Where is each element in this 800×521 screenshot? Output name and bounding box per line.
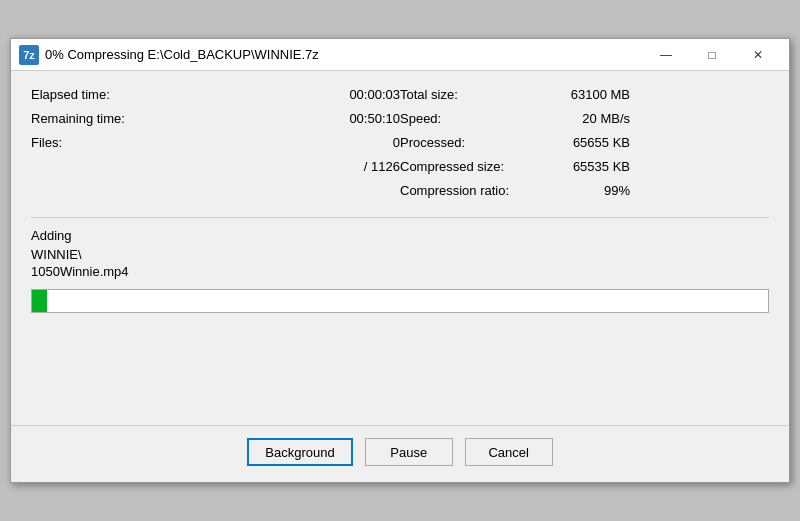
pause-button[interactable]: Pause	[365, 438, 453, 466]
cancel-button[interactable]: Cancel	[465, 438, 553, 466]
remaining-label: Remaining time:	[31, 111, 151, 126]
ratio-row: Compression ratio: 99%	[400, 183, 769, 205]
files-value: 0	[151, 135, 400, 150]
window-controls: — □ ✕	[643, 39, 781, 71]
remaining-row: Remaining time: 00:50:10	[31, 111, 400, 133]
adding-label: Adding	[31, 228, 769, 243]
compressed-value: 65535 KB	[530, 159, 630, 174]
progress-bar-container	[31, 289, 769, 313]
elapsed-value: 00:00:03	[151, 87, 400, 102]
processed-value: 65655 KB	[530, 135, 630, 150]
speed-value: 20 MB/s	[530, 111, 630, 126]
minimize-button[interactable]: —	[643, 39, 689, 71]
window-title: 0% Compressing E:\Cold_BACKUP\WINNIE.7z	[45, 47, 643, 62]
speed-row: Speed: 20 MB/s	[400, 111, 769, 133]
processed-row: Processed: 65655 KB	[400, 135, 769, 157]
compressed-label: Compressed size:	[400, 159, 530, 174]
files-row: Files: 0	[31, 135, 400, 157]
content-area: Elapsed time: 00:00:03 Remaining time: 0…	[11, 71, 789, 425]
total-size-row: Total size: 63100 MB	[400, 87, 769, 109]
ratio-label: Compression ratio:	[400, 183, 530, 198]
files-label: Files:	[31, 135, 151, 150]
processed-label: Processed:	[400, 135, 530, 150]
app-icon: 7z	[19, 45, 39, 65]
elapsed-label: Elapsed time:	[31, 87, 151, 102]
stats-left: Elapsed time: 00:00:03 Remaining time: 0…	[31, 87, 400, 205]
adding-section: Adding WINNIE\ 1050Winnie.mp4	[31, 228, 769, 279]
maximize-button[interactable]: □	[689, 39, 735, 71]
compressed-row: Compressed size: 65535 KB	[400, 159, 769, 181]
title-bar: 7z 0% Compressing E:\Cold_BACKUP\WINNIE.…	[11, 39, 789, 71]
stats-grid: Elapsed time: 00:00:03 Remaining time: 0…	[31, 87, 769, 205]
elapsed-row: Elapsed time: 00:00:03	[31, 87, 400, 109]
empty-area	[31, 319, 769, 409]
file-path: WINNIE\	[31, 247, 769, 262]
button-bar: Background Pause Cancel	[11, 425, 789, 482]
stats-right: Total size: 63100 MB Speed: 20 MB/s Proc…	[400, 87, 769, 205]
total-size-value: 63100 MB	[530, 87, 630, 102]
divider	[31, 217, 769, 218]
remaining-value: 00:50:10	[151, 111, 400, 126]
total-files-row: / 1126	[31, 159, 400, 181]
close-button[interactable]: ✕	[735, 39, 781, 71]
ratio-value: 99%	[530, 183, 630, 198]
total-size-label: Total size:	[400, 87, 530, 102]
main-window: 7z 0% Compressing E:\Cold_BACKUP\WINNIE.…	[10, 38, 790, 483]
progress-bar-fill	[32, 290, 47, 312]
file-name: 1050Winnie.mp4	[31, 264, 769, 279]
total-files-value: / 1126	[151, 159, 400, 174]
speed-label: Speed:	[400, 111, 530, 126]
background-button[interactable]: Background	[247, 438, 352, 466]
